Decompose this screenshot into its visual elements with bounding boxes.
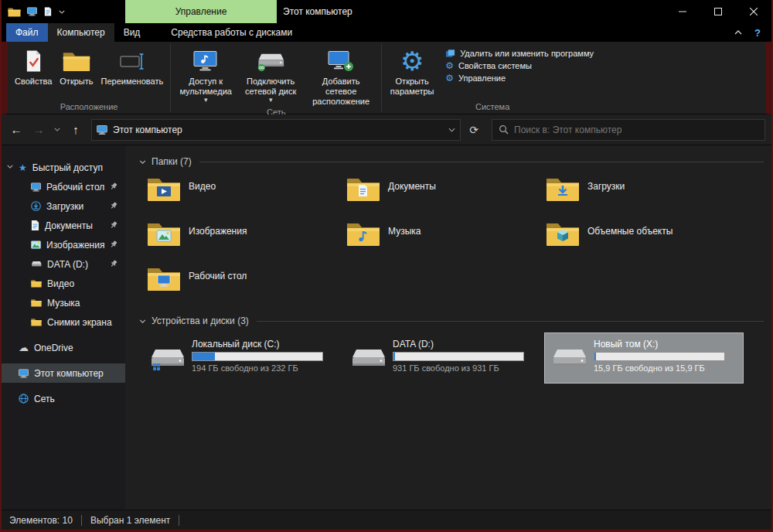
map-network-drive-button[interactable]: Подключить сетевой диск ▾ [237,44,304,107]
back-icon[interactable]: ← [6,120,26,140]
videos-folder-icon [147,176,181,202]
rename-button[interactable]: Переименовать [97,44,168,101]
minimize-button[interactable] [665,0,700,23]
sidebar-item-music[interactable]: Музыка [2,293,125,312]
folder-tile-videos[interactable]: Видео [142,173,342,218]
properties-button[interactable]: Свойства [11,44,56,101]
this-pc-icon [19,369,29,378]
sidebar-item-data-drive[interactable]: DATA (D:) [2,254,125,274]
add-network-location-icon [328,47,354,75]
file-list-area: Папки (7) Видео [125,145,771,510]
drive-usage-bar [192,352,323,361]
pin-icon [110,240,117,248]
collapse-ribbon-icon[interactable] [734,30,742,35]
search-input[interactable] [514,124,758,135]
drive-free-space: 931 ГБ свободно из 931 ГБ [393,363,524,373]
dropdown-arrow-icon: ▾ [204,97,208,104]
uninstall-program-button[interactable]: Удалить или изменить программу [445,49,594,58]
folder-tile-downloads[interactable]: Загрузки [541,173,741,218]
section-chevron-icon[interactable] [139,319,146,323]
address-bar[interactable]: Этот компьютер [91,119,461,141]
properties-sheet-icon [25,47,43,75]
folder-tile-documents[interactable]: Документы [342,173,541,218]
file-explorer-window: Управление Этот компьютер Файл Компьютер… [0,0,773,532]
drive-tile-x-selected[interactable]: Новый том (X:) 15,9 ГБ свободно из 15,9 … [544,332,744,384]
network-drive-icon [256,47,285,75]
section-chevron-icon[interactable] [139,160,146,164]
address-chevron-down-icon[interactable] [448,128,455,132]
rename-icon [120,47,145,75]
items-count: Элементов: 10 [9,515,73,526]
address-text: Этот компьютер [113,124,443,135]
drive-usage-bar [393,352,524,361]
window-title: Этот компьютер [283,0,352,23]
drive-tile-c[interactable]: Локальный диск (C:) 194 ГБ свободно из 2… [142,332,342,384]
pc-icon[interactable] [27,7,37,16]
drives-section-header: Устройства и диски (3) [139,315,764,326]
tab-computer[interactable]: Компьютер [48,23,114,42]
drive-usage-fill [594,353,596,360]
documents-folder-icon [346,176,380,202]
media-access-button[interactable]: Доступ к мультимедиа ▾ [174,44,237,107]
manage-button[interactable]: ⚙ Управление [445,73,594,83]
tab-file[interactable]: Файл [6,23,48,42]
pictures-folder-icon [147,220,181,247]
folders-grid: Видео Документы [142,173,764,308]
drive-usage-bar [594,352,725,361]
recent-locations-chevron-icon[interactable] [51,120,63,140]
add-network-location-button[interactable]: Добавить сетевое расположение [304,44,378,107]
ribbon-tab-bar: Файл Компьютер Вид Средства работы с дис… [2,23,771,42]
sidebar-this-pc[interactable]: Этот компьютер [2,363,125,383]
help-icon[interactable]: ? [754,27,761,39]
ribbon-group-system: ⚙ Открыть параметры Удалить или изменить… [382,42,603,114]
drive-name: DATA (D:) [393,339,524,350]
forward-icon[interactable]: → [29,120,49,140]
qat-chevron-down-icon[interactable] [59,10,65,14]
desktop-icon [31,182,41,192]
sidebar-network[interactable]: Сеть [2,389,125,408]
properties-icon[interactable] [44,7,52,16]
sidebar-item-documents[interactable]: Документы [2,216,125,235]
downloads-icon [31,201,41,211]
open-settings-button[interactable]: ⚙ Открыть параметры [385,44,439,101]
refresh-icon[interactable]: ⟳ [463,119,485,141]
sidebar-item-desktop[interactable]: Рабочий стол [2,177,125,196]
pin-icon [110,182,117,190]
maximize-button[interactable] [700,0,736,23]
drive-name: Локальный диск (C:) [192,339,323,350]
folder-tile-pictures[interactable]: Изображения [142,218,342,263]
ribbon-group-location: Свойства Открыть [8,42,170,114]
system-drive-icon [148,345,186,379]
folder-tile-music[interactable]: Музыка [342,218,541,263]
ribbon-group-network: Доступ к мультимедиа ▾ Подключить сетево… [171,42,381,114]
sidebar-onedrive[interactable]: ☁ OneDrive [2,338,125,357]
status-bar: Элементов: 10 Выбран 1 элемент [2,510,771,530]
settings-gear-icon: ⚙ [400,47,424,75]
tab-disk-tools[interactable]: Средства работы с дисками [162,23,301,42]
navigation-bar: ← → ↑ Этот компьютер ⟳ [2,114,771,145]
open-folder-icon [63,47,90,75]
manage-contextual-tab[interactable]: Управление [125,0,277,23]
sidebar-item-downloads[interactable]: Загрузки [2,196,125,216]
manage-gear-icon: ⚙ [445,73,454,83]
sidebar-item-videos[interactable]: Видео [2,274,125,293]
selection-count: Выбран 1 элемент [90,515,170,526]
close-button[interactable] [736,0,771,23]
system-properties-button[interactable]: ⚙ Свойства системы [445,61,594,70]
drive-tile-d[interactable]: DATA (D:) 931 ГБ свободно из 931 ГБ [343,332,543,384]
address-pc-icon [97,125,107,135]
up-icon[interactable]: ↑ [66,120,86,140]
ribbon: Свойства Открыть [2,42,771,114]
pin-icon [110,260,117,268]
sidebar-quick-access[interactable]: ★ Быстрый доступ [2,158,125,177]
tab-view[interactable]: Вид [114,23,150,42]
chevron-down-icon[interactable] [7,165,13,169]
sidebar-item-pictures[interactable]: Изображения [2,235,125,254]
open-button[interactable]: Открыть [56,44,97,101]
drive-name: Новый том (X:) [594,339,725,350]
pictures-icon [31,240,41,249]
folder-tile-3d-objects[interactable]: Объемные объекты [541,218,741,263]
dropdown-arrow-icon: ▾ [269,97,273,104]
folder-tile-desktop[interactable]: Рабочий стол [142,263,342,308]
sidebar-item-screenshots[interactable]: Снимки экрана [2,312,125,332]
